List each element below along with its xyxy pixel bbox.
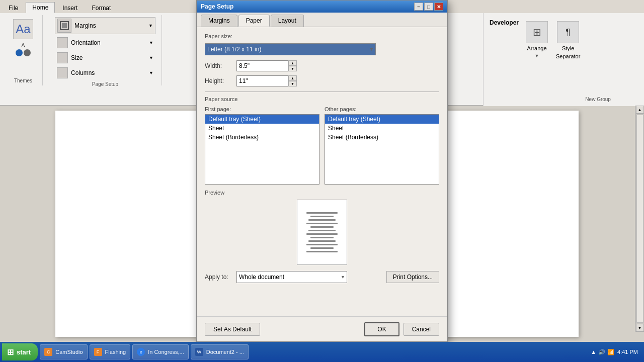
preview-line-1 — [306, 212, 338, 214]
preview-line-11 — [310, 247, 334, 249]
margins-button[interactable]: Margins ▼ — [55, 17, 155, 34]
preview-line-12 — [306, 251, 338, 252]
paper-size-select[interactable]: Letter (8 1/2 x 11 in) A4 Legal — [205, 43, 376, 55]
paper-source-label: Paper source — [205, 96, 439, 102]
preview-box — [297, 200, 347, 265]
width-spinner: ▲ ▼ — [236, 60, 297, 71]
orientation-icon — [57, 37, 68, 48]
vertical-scrollbar: ▲ ▼ — [635, 106, 644, 332]
paper-size-row: Letter (8 1/2 x 11 in) A4 Legal — [205, 43, 439, 55]
preview-section: Preview — [205, 190, 439, 265]
preview-line-9 — [308, 240, 336, 242]
preview-label: Preview — [205, 190, 439, 196]
arrange-icon: ⊞ — [526, 21, 548, 43]
preview-line-10 — [306, 244, 338, 245]
taskbar-item-flashing[interactable]: F Flashing — [90, 344, 131, 359]
clock: 4:41 PM — [617, 349, 638, 355]
close-button[interactable]: ✕ — [434, 3, 443, 11]
page-setup-dialog: Page Setup – □ ✕ Margins Paper Layout Pa… — [196, 0, 448, 342]
style-separator-button[interactable]: ¶ Style Separator — [556, 21, 580, 59]
tab-home[interactable]: Home — [26, 2, 55, 13]
preview-line-5 — [310, 226, 334, 228]
preview-line-2 — [310, 216, 334, 217]
other-pages-col: Other pages: Default tray (Sheet) Sheet … — [325, 106, 439, 185]
other-pages-item-0[interactable]: Default tray (Sheet) — [325, 115, 439, 124]
height-label: Height: — [205, 77, 232, 84]
dialog-titlebar-buttons: – □ ✕ — [414, 3, 443, 11]
scroll-thumb[interactable] — [636, 115, 643, 323]
first-page-item-2[interactable]: Sheet (Borderless) — [205, 133, 319, 142]
set-as-default-button[interactable]: Set As Default — [205, 323, 260, 336]
minimize-button[interactable]: – — [414, 3, 423, 11]
source-columns: First page: Default tray (Sheet) Sheet S… — [205, 106, 439, 185]
tab-margins[interactable]: Margins — [201, 15, 237, 27]
maximize-button[interactable]: □ — [424, 3, 433, 11]
paper-size-section-label: Paper size: — [205, 33, 439, 39]
camstudio-icon: C — [44, 348, 52, 356]
preview-line-4 — [306, 223, 338, 224]
dialog-titlebar: Page Setup – □ ✕ — [197, 1, 447, 13]
developer-tab-label: Developer — [488, 17, 521, 28]
width-up-button[interactable]: ▲ — [288, 60, 297, 66]
taskbar-item-camstudio[interactable]: C CamStudio — [40, 344, 87, 359]
preview-line-3 — [308, 219, 336, 221]
start-button[interactable]: ⊞ start — [2, 343, 38, 360]
page-setup-group-label: Page Setup — [92, 79, 118, 87]
taskbar-item-browser[interactable]: e In Congress,... — [132, 344, 189, 359]
other-pages-label: Other pages: — [325, 106, 439, 112]
ribbon-right-area: Developer ⊞ Arrange ▼ ¶ Style Separator … — [483, 13, 644, 106]
apply-to-select[interactable]: Whole document This section This point f… — [236, 271, 347, 283]
orientation-button[interactable]: Orientation ▼ — [55, 36, 155, 49]
height-spinner-buttons: ▲ ▼ — [288, 75, 297, 86]
system-tray: ▲ 🔊 📶 — [591, 349, 614, 355]
paper-size-dropdown-wrapper: Letter (8 1/2 x 11 in) A4 Legal — [205, 43, 376, 55]
taskbar: ⊞ start C CamStudio F Flashing e In Cong… — [0, 342, 644, 362]
first-page-item-0[interactable]: Default tray (Sheet) — [205, 115, 319, 124]
flashing-icon: F — [94, 348, 102, 356]
width-row: Width: ▲ ▼ — [205, 60, 439, 71]
tab-file[interactable]: File — [2, 3, 25, 13]
dialog-footer: Set As Default OK Cancel — [197, 316, 447, 341]
new-group-label: New Group — [585, 97, 611, 102]
scroll-up-button[interactable]: ▲ — [636, 106, 644, 114]
ok-button[interactable]: OK — [364, 322, 399, 336]
ribbon-group-page-setup: Margins ▼ Orientation ▼ Size ▼ Columns ▼ — [49, 15, 162, 85]
size-button[interactable]: Size ▼ — [55, 51, 155, 64]
word-icon: W — [195, 348, 203, 356]
tab-paper[interactable]: Paper — [238, 15, 270, 27]
tab-format[interactable]: Format — [85, 3, 117, 13]
width-down-button[interactable]: ▼ — [288, 66, 297, 71]
tab-layout[interactable]: Layout — [271, 15, 304, 27]
ribbon-group-themes: Aa A Themes — [4, 15, 43, 85]
preview-line-6 — [308, 230, 336, 231]
themes-button[interactable]: Aa A — [10, 17, 36, 58]
print-options-button[interactable]: Print Options... — [386, 271, 439, 283]
camstudio-label: CamStudio — [55, 349, 83, 355]
dialog-body: Paper size: Letter (8 1/2 x 11 in) A4 Le… — [197, 27, 447, 289]
margins-icon — [57, 19, 71, 33]
first-page-item-1[interactable]: Sheet — [205, 124, 319, 133]
taskbar-item-word[interactable]: W Document2 - ... — [191, 344, 249, 359]
first-page-listbox[interactable]: Default tray (Sheet) Sheet Sheet (Border… — [205, 114, 319, 185]
cancel-button[interactable]: Cancel — [404, 323, 439, 336]
themes-group-label: Themes — [14, 76, 32, 83]
browser-label: In Congress,... — [148, 349, 184, 355]
other-pages-item-2[interactable]: Sheet (Borderless) — [325, 133, 439, 142]
width-label: Width: — [205, 62, 232, 69]
other-pages-listbox[interactable]: Default tray (Sheet) Sheet Sheet (Border… — [325, 114, 439, 185]
apply-to-label: Apply to: — [205, 274, 232, 281]
height-up-button[interactable]: ▲ — [288, 75, 297, 81]
height-down-button[interactable]: ▼ — [288, 81, 297, 86]
tab-insert[interactable]: Insert — [56, 3, 84, 13]
themes-icon: Aa — [13, 19, 33, 39]
apply-to-dropdown-wrapper: Whole document This section This point f… — [236, 271, 347, 283]
first-page-col: First page: Default tray (Sheet) Sheet S… — [205, 106, 319, 185]
preview-line-8 — [310, 237, 334, 238]
scroll-down-button[interactable]: ▼ — [636, 324, 644, 332]
other-pages-item-1[interactable]: Sheet — [325, 124, 439, 133]
columns-button[interactable]: Columns ▼ — [55, 66, 155, 79]
arrange-button[interactable]: ⊞ Arrange ▼ — [526, 21, 548, 59]
height-spinner: ▲ ▼ — [236, 75, 297, 86]
paper-source-section: Paper source First page: Default tray (S… — [205, 96, 439, 185]
first-page-label: First page: — [205, 106, 319, 112]
